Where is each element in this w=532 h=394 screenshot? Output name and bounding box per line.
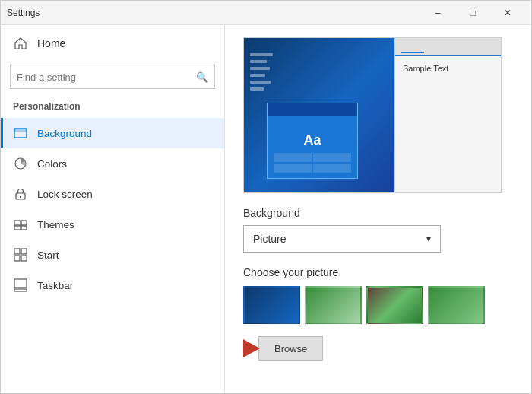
maximize-button[interactable]: □ — [455, 1, 490, 25]
preview-grid-cell-4 — [313, 164, 351, 173]
svg-point-4 — [20, 196, 21, 198]
start-label: Start — [37, 249, 59, 261]
title-bar: Settings – □ ✕ — [1, 1, 531, 25]
thumbnail-2[interactable] — [305, 286, 362, 324]
choose-picture-label: Choose your picture — [243, 266, 513, 278]
section-label: Personalization — [1, 98, 224, 118]
thumbnail-1[interactable] — [243, 286, 300, 324]
svg-rect-6 — [21, 221, 27, 225]
svg-rect-12 — [21, 256, 27, 261]
home-label: Home — [37, 37, 65, 49]
search-input[interactable] — [17, 71, 196, 83]
colors-icon — [13, 156, 28, 171]
svg-rect-13 — [14, 279, 27, 288]
preview-grid-cell-1 — [274, 153, 312, 162]
preview-bar-6 — [250, 87, 264, 91]
sidebar-item-taskbar[interactable]: Taskbar — [1, 270, 224, 300]
lock-icon — [13, 186, 28, 202]
preview-bar-4 — [250, 74, 265, 77]
chevron-down-icon: ▾ — [426, 234, 431, 244]
preview-grid-cell-2 — [313, 153, 351, 162]
content-area: Home 🔍 Personalization Background — [1, 25, 531, 393]
window-title: Settings — [7, 8, 40, 18]
svg-rect-11 — [14, 256, 20, 261]
svg-rect-14 — [14, 289, 27, 291]
browse-area: Browse — [243, 336, 513, 361]
sidebar-item-home[interactable]: Home — [1, 25, 224, 62]
preview-window-content: Aa — [268, 116, 357, 176]
svg-rect-5 — [14, 221, 21, 225]
thumbnail-4[interactable] — [428, 286, 485, 324]
preview-sample-text: Sample Text — [395, 56, 501, 76]
sidebar-item-lock-screen[interactable]: Lock screen — [1, 179, 224, 209]
colors-label: Colors — [37, 158, 67, 170]
preview-aa: Aa — [271, 132, 354, 148]
preview-side-panel-bar-line — [401, 52, 424, 53]
main-content: Aa Sample Text — [225, 25, 531, 393]
taskbar-icon — [13, 278, 28, 293]
preview-bar-2 — [250, 60, 267, 63]
browse-button[interactable]: Browse — [258, 336, 323, 361]
preview-grid — [271, 153, 354, 173]
search-icon: 🔍 — [196, 71, 208, 83]
picture-row — [243, 286, 513, 324]
sidebar-item-start[interactable]: Start — [1, 240, 224, 270]
start-icon — [13, 247, 28, 262]
preview-window-titlebar — [268, 103, 357, 116]
sidebar-item-background[interactable]: Background — [1, 118, 224, 148]
preview-side-panel-bar — [395, 38, 501, 56]
svg-rect-1 — [14, 129, 27, 132]
sidebar-item-themes[interactable]: Themes — [1, 209, 224, 240]
browse-arrow-icon — [243, 339, 260, 357]
svg-rect-7 — [14, 226, 21, 230]
settings-window: Settings – □ ✕ Home 🔍 — [0, 0, 532, 394]
sidebar: Home 🔍 Personalization Background — [1, 25, 225, 393]
taskbar-label: Taskbar — [37, 280, 73, 291]
lock-screen-label: Lock screen — [37, 189, 93, 200]
themes-label: Themes — [37, 219, 74, 230]
thumbnail-3[interactable] — [366, 286, 423, 324]
minimize-button[interactable]: – — [420, 1, 455, 25]
close-button[interactable]: ✕ — [490, 1, 525, 25]
preview-grid-cell-3 — [274, 164, 312, 173]
background-dropdown[interactable]: Picture ▾ — [243, 225, 441, 253]
preview-left-bars — [250, 53, 273, 91]
svg-rect-9 — [14, 249, 20, 254]
background-label: Background — [37, 128, 92, 139]
background-section-label: Background — [243, 207, 513, 219]
themes-icon — [13, 217, 28, 232]
svg-rect-8 — [21, 226, 27, 230]
preview-bar-5 — [250, 81, 271, 84]
preview-bar-1 — [250, 53, 273, 56]
home-icon — [13, 36, 28, 51]
svg-rect-10 — [21, 249, 27, 254]
preview-area: Aa Sample Text — [243, 37, 502, 193]
preview-window: Aa — [267, 103, 358, 179]
search-bar[interactable]: 🔍 — [10, 65, 215, 89]
preview-side-panel: Sample Text — [394, 38, 501, 192]
dropdown-value: Picture — [253, 233, 287, 245]
preview-bar-3 — [250, 67, 270, 70]
window-controls: – □ ✕ — [420, 1, 525, 25]
sidebar-item-colors[interactable]: Colors — [1, 148, 224, 179]
background-icon — [13, 126, 28, 141]
